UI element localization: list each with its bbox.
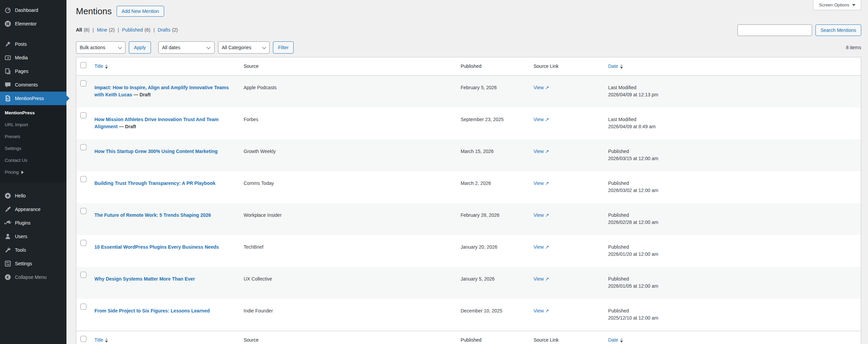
sidebar-item-label: Pages [15, 68, 28, 75]
sort-icon [620, 338, 623, 343]
date-cell: Last Modified2026/04/09 at 8:49 am [605, 108, 861, 139]
view-link[interactable]: View ↗ [534, 85, 549, 90]
filter-mine[interactable]: Mine(2) [97, 27, 115, 33]
table-row: How This Startup Grew 300% Using Content… [76, 139, 861, 171]
sidebar-item-posts[interactable]: Posts [0, 37, 66, 51]
source-cell: UX Collective [240, 267, 457, 299]
view-link[interactable]: View ↗ [534, 276, 549, 282]
published-cell: January 20, 2026 [457, 235, 530, 267]
settings-icon [4, 260, 11, 267]
filter-published[interactable]: Published(6) [122, 27, 151, 33]
date-cell: Published2025/12/10 at 12:00 am [605, 299, 861, 331]
sidebar-item-elementor[interactable]: Elementor [0, 17, 66, 31]
filter-button[interactable]: Filter [273, 41, 294, 54]
mention-title-link[interactable]: 10 Essential WordPress Plugins Every Bus… [95, 244, 219, 250]
table-footer-row: Title Source Published Source Link Date [76, 331, 861, 344]
view-link[interactable]: View ↗ [534, 180, 549, 186]
filter-all[interactable]: All(8) [76, 27, 90, 33]
select-all-checkbox[interactable] [80, 62, 86, 68]
filter-drafts[interactable]: Drafts(2) [158, 27, 178, 33]
dates-filter-select[interactable]: All dates [158, 41, 215, 54]
external-link-icon: ↗ [545, 85, 549, 90]
submenu-item-mentionpress[interactable]: MentionPress [0, 107, 66, 119]
view-link[interactable]: View ↗ [534, 212, 549, 218]
column-header-date[interactable]: Date [608, 337, 623, 344]
categories-filter-select[interactable]: All Categories [218, 41, 270, 54]
sidebar-item-label: MentionPress [15, 95, 44, 102]
column-header-published: Published [457, 57, 530, 76]
sidebar-item-comments[interactable]: Comments [0, 78, 66, 92]
sidebar-item-hello[interactable]: Hello [0, 189, 66, 203]
submenu-item-url-import[interactable]: URL Import [0, 119, 66, 131]
column-header-title[interactable]: Title [95, 63, 108, 70]
select-all-checkbox[interactable] [80, 336, 86, 342]
search-input[interactable] [737, 24, 812, 36]
sidebar-item-appearance[interactable]: Appearance [0, 203, 66, 216]
row-checkbox[interactable] [80, 272, 86, 278]
sort-desc-icon [105, 67, 108, 69]
submenu-item-contact-us[interactable]: Contact Us [0, 154, 66, 166]
submenu-item-pricing[interactable]: Pricing [0, 166, 66, 178]
row-checkbox[interactable] [80, 304, 86, 310]
mention-title-link[interactable]: The Future of Remote Work: 5 Trends Shap… [95, 212, 211, 218]
sidebar-item-pages[interactable]: Pages [0, 64, 66, 78]
sidebar-item-media[interactable]: Media [0, 51, 66, 64]
collapse-menu-button[interactable]: Collapse Menu [0, 270, 66, 284]
sort-icon [620, 64, 623, 69]
sidebar-item-users[interactable]: Users [0, 230, 66, 243]
row-checkbox[interactable] [80, 112, 86, 118]
sort-desc-icon [620, 67, 623, 69]
row-checkbox[interactable] [80, 208, 86, 214]
apply-button[interactable]: Apply [129, 41, 151, 54]
mention-title-link[interactable]: Impact: How to Inspire, Align and Amplif… [95, 85, 229, 97]
sidebar-item-dashboard[interactable]: Dashboard [0, 3, 66, 17]
view-link[interactable]: View ↗ [534, 149, 549, 154]
mention-title-link[interactable]: How Mission Athletes Drive Innovation Tr… [95, 117, 219, 129]
mention-title-link[interactable]: How This Startup Grew 300% Using Content… [95, 149, 218, 154]
elementor-icon [4, 20, 11, 27]
sort-asc-icon [105, 338, 108, 340]
table-row: Impact: How to Inspire, Align and Amplif… [76, 76, 861, 108]
sidebar-item-plugins[interactable]: Plugins [0, 216, 66, 230]
search-mentions-button[interactable]: Search Mentions [815, 24, 861, 36]
filter-separator: | [153, 27, 155, 33]
published-cell: September 23, 2025 [457, 108, 530, 139]
view-link[interactable]: View ↗ [534, 308, 549, 313]
row-checkbox[interactable] [80, 144, 86, 150]
sort-asc-icon [620, 338, 623, 340]
post-state: — Draft [119, 124, 136, 129]
row-checkbox[interactable] [80, 240, 86, 246]
mention-title-link[interactable]: From Side Project to Six Figures: Lesson… [95, 308, 210, 313]
add-new-mention-button[interactable]: Add New Mention [117, 6, 164, 17]
bulk-actions-select-wrap: Bulk actions [76, 41, 125, 54]
date-cell: Published2026/01/05 at 12:00 am [605, 267, 861, 299]
column-header-source: Source [240, 57, 457, 76]
sidebar-item-tools[interactable]: Tools [0, 243, 66, 257]
submenu-item-settings[interactable]: Settings [0, 142, 66, 154]
mention-title-link[interactable]: Building Trust Through Transparency: A P… [95, 180, 216, 186]
row-checkbox[interactable] [80, 80, 86, 87]
admin-sidebar: Dashboard Elementor Posts Media Pages Co… [0, 0, 66, 344]
published-cell: March 2, 2026 [457, 171, 530, 203]
sidebar-item-mentionpress[interactable]: MentionPress [0, 92, 66, 105]
sidebar-item-label: Posts [15, 41, 27, 47]
mention-title-link[interactable]: Why Design Systems Matter More Than Ever [95, 276, 195, 282]
pricing-arrow-icon [21, 171, 24, 174]
submenu-item-presets[interactable]: Presets [0, 131, 66, 142]
column-header-title[interactable]: Title [95, 337, 108, 344]
row-checkbox[interactable] [80, 176, 86, 182]
view-link[interactable]: View ↗ [534, 244, 549, 250]
sidebar-item-label: Elementor [15, 20, 37, 27]
bulk-actions-select[interactable]: Bulk actions [76, 41, 125, 54]
sort-icon [105, 64, 108, 69]
sidebar-item-settings[interactable]: Settings [0, 257, 66, 270]
pages-icon [4, 68, 11, 75]
appearance-icon [4, 206, 11, 213]
date-cell: Published2026/02/28 at 12:00 am [605, 203, 861, 235]
column-header-date[interactable]: Date [608, 63, 623, 70]
column-header-source-link: Source Link [530, 57, 605, 76]
published-cell: December 10, 2025 [457, 299, 530, 331]
screen-options-button[interactable]: Screen Options [813, 0, 861, 10]
view-link[interactable]: View ↗ [534, 117, 549, 122]
column-header-source: Source [240, 331, 457, 344]
